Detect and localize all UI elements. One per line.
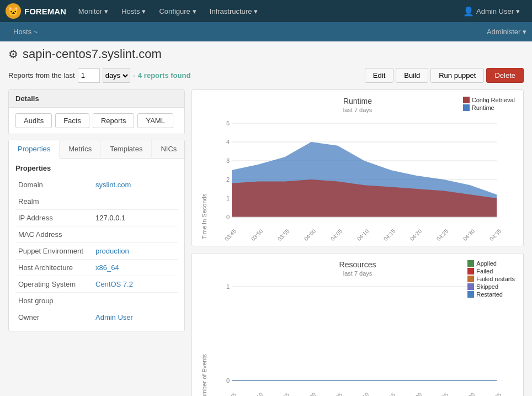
reports-found: 4 reports found: [138, 71, 190, 80]
runtime-svg: 01234503:4503:5003:5504:0004:0504:1004:1…: [210, 118, 508, 239]
nav-monitor[interactable]: Monitor ▾: [72, 0, 115, 22]
svg-text:0: 0: [226, 214, 230, 220]
nav-hosts[interactable]: Hosts ▾: [115, 0, 152, 22]
table-row: Operating System CentOS 7.2: [15, 276, 178, 293]
properties-title: Properties: [15, 164, 178, 172]
audits-button[interactable]: Audits: [15, 113, 52, 128]
svg-text:03:50: 03:50: [250, 391, 264, 396]
prop-label: Puppet Environment: [15, 243, 93, 260]
sub-nav-left: Hosts ~: [6, 22, 45, 41]
sub-navigation: Hosts ~ Administer ▾: [0, 22, 532, 41]
puppet-env-link[interactable]: production: [95, 247, 129, 255]
tab-metrics[interactable]: Metrics: [60, 140, 101, 158]
table-row: Realm: [15, 193, 178, 210]
svg-text:04:15: 04:15: [382, 391, 397, 396]
admin-user-menu[interactable]: 👤 Admin User ▾: [456, 0, 526, 22]
svg-text:3: 3: [226, 157, 230, 164]
chevron-down-icon: ▾: [523, 28, 526, 36]
reports-button[interactable]: Reports: [93, 113, 135, 128]
details-panel: Details Audits Facts Reports YAML: [8, 89, 185, 134]
arch-link[interactable]: x86_64: [95, 263, 119, 272]
svg-text:04:00: 04:00: [303, 228, 317, 242]
domain-link[interactable]: syslint.com: [95, 181, 131, 189]
svg-text:04:15: 04:15: [382, 228, 397, 242]
details-header: Details: [9, 90, 184, 108]
top-navigation: 🐱 FOREMAN Monitor ▾ Hosts ▾ Configure ▾ …: [0, 0, 532, 22]
table-row: Host Architecture x86_64: [15, 260, 178, 276]
tabs-panel: Properties Metrics Templates NICs Proper…: [8, 140, 185, 331]
legend-color-runtime: [463, 104, 470, 111]
svg-text:03:45: 03:45: [224, 391, 238, 396]
right-panel: Config Retrieval Runtime Runtime last 7 …: [191, 89, 524, 396]
reports-bar: Reports from the last days - 4 reports f…: [8, 68, 524, 83]
nav-right: 👤 Admin User ▾: [456, 0, 526, 22]
prop-value: production: [93, 243, 178, 260]
legend-failed: Failed: [467, 268, 515, 274]
table-row: MAC Address: [15, 226, 178, 243]
prop-label: Operating System: [15, 276, 93, 293]
legend-label-config: Config Retrieval: [472, 97, 515, 103]
legend-label-restarted: Restarted: [476, 291, 503, 298]
reports-prefix: Reports from the last: [8, 71, 75, 80]
table-row: Puppet Environment production: [15, 243, 178, 260]
prop-value: x86_64: [93, 260, 178, 276]
svg-text:04:35: 04:35: [488, 228, 503, 242]
prop-label: Host group: [15, 293, 93, 309]
svg-text:03:55: 03:55: [276, 228, 291, 242]
prop-label: Owner: [15, 309, 93, 326]
svg-text:04:25: 04:25: [435, 391, 450, 396]
administer-menu[interactable]: Administer ▾: [487, 28, 526, 36]
prop-value: [93, 226, 178, 243]
table-row: Owner Admin User: [15, 309, 178, 326]
os-link[interactable]: CentOS 7.2: [95, 280, 133, 288]
owner-link[interactable]: Admin User: [95, 313, 133, 321]
nav-configure[interactable]: Configure ▾: [152, 0, 203, 22]
prop-value: 127.0.0.1: [93, 210, 178, 226]
brand-icon: 🐱: [6, 3, 21, 19]
prop-value: [93, 293, 178, 309]
page-content: ⚙ sapin-centos7.syslint.com Reports from…: [0, 41, 532, 396]
tab-properties[interactable]: Properties: [9, 140, 60, 159]
svg-text:04:20: 04:20: [409, 391, 423, 396]
prop-value: syslint.com: [93, 177, 178, 193]
svg-text:04:10: 04:10: [356, 228, 370, 242]
svg-text:04:05: 04:05: [329, 391, 344, 396]
nav-left: 🐱 FOREMAN Monitor ▾ Hosts ▾ Configure ▾ …: [6, 0, 264, 22]
prop-label: IP Address: [15, 210, 93, 226]
facts-button[interactable]: Facts: [55, 113, 89, 128]
table-row: IP Address 127.0.0.1: [15, 210, 178, 226]
tab-nics[interactable]: NICs: [152, 140, 186, 158]
svg-text:04:05: 04:05: [329, 228, 344, 242]
legend-label-failed-restarts: Failed restarts: [476, 276, 515, 282]
host-icon: ⚙: [8, 47, 18, 61]
breadcrumb[interactable]: Hosts ~: [6, 22, 45, 41]
days-input[interactable]: [78, 68, 100, 83]
prop-label: Host Architecture: [15, 260, 93, 276]
svg-text:04:30: 04:30: [462, 391, 476, 396]
svg-text:04:35: 04:35: [488, 391, 503, 396]
edit-button[interactable]: Edit: [365, 68, 393, 83]
legend-label-runtime: Runtime: [472, 104, 494, 111]
legend-skipped: Skipped: [467, 283, 515, 290]
days-select[interactable]: days: [103, 68, 130, 83]
resources-y-label: Number of Events: [199, 281, 210, 396]
svg-text:2: 2: [226, 176, 230, 183]
page-title-section: ⚙ sapin-centos7.syslint.com: [8, 47, 524, 61]
prop-label: Domain: [15, 177, 93, 193]
chevron-down-icon: ▾: [516, 7, 520, 15]
svg-text:1: 1: [226, 195, 230, 202]
svg-text:4: 4: [226, 139, 230, 145]
delete-button[interactable]: Delete: [486, 68, 524, 83]
svg-text:03:45: 03:45: [224, 228, 238, 242]
prop-value: CentOS 7.2: [93, 276, 178, 293]
prop-value: Admin User: [93, 309, 178, 326]
build-button[interactable]: Build: [396, 68, 428, 83]
prop-value: [93, 193, 178, 210]
nav-infrastructure[interactable]: Infrastructure ▾: [203, 0, 265, 22]
run-puppet-button[interactable]: Run puppet: [430, 68, 484, 83]
yaml-button[interactable]: YAML: [137, 113, 173, 128]
tab-templates[interactable]: Templates: [101, 140, 152, 158]
runtime-legend: Config Retrieval Runtime: [463, 97, 515, 112]
legend-color-applied: [467, 260, 474, 267]
resources-svg: 0103:4503:5003:5504:0004:0504:1004:1504:…: [210, 281, 508, 396]
